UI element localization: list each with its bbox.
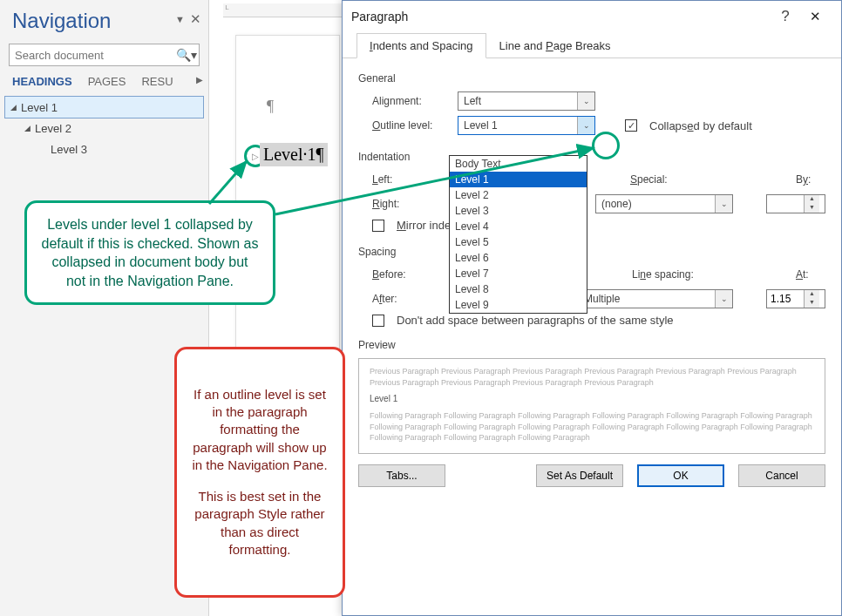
- tab-pages[interactable]: PAGES: [88, 75, 126, 88]
- nav-close-icon[interactable]: ✕: [190, 11, 201, 27]
- section-indentation: Indentation: [358, 151, 825, 163]
- linespacing-combo[interactable]: Multiple⌄: [578, 289, 733, 308]
- document-heading[interactable]: Level·1¶: [260, 143, 328, 166]
- nav-title: Navigation: [0, 2, 123, 37]
- tree-label: Level 2: [35, 122, 71, 135]
- special-value: (none): [596, 198, 715, 210]
- tabs-overflow-icon[interactable]: ▶: [196, 75, 203, 85]
- collapsed-checkbox[interactable]: ✓: [625, 119, 637, 132]
- help-icon[interactable]: ?: [773, 8, 798, 25]
- dont-add-label: Don't add space between paragraphs of th…: [397, 314, 674, 327]
- linespacing-value: Multiple: [579, 293, 715, 305]
- alignment-value: Left: [458, 95, 577, 107]
- dropdown-option[interactable]: Level 1: [450, 172, 587, 187]
- dropdown-option[interactable]: Level 9: [450, 297, 587, 313]
- dropdown-option[interactable]: Body Text: [450, 156, 587, 172]
- special-label: Special:Special:: [630, 173, 691, 186]
- nav-tree: ◢Level 1 ◢Level 2 Level 3: [0, 91, 208, 165]
- tab-indents-spacing[interactable]: IIndents and Spacingndents and Spacing: [356, 33, 486, 58]
- chevron-down-icon[interactable]: ⌄: [715, 195, 732, 213]
- tree-item-level2[interactable]: ◢Level 2: [5, 118, 203, 139]
- chevron-down-icon[interactable]: ⌄: [577, 117, 594, 134]
- dont-add-checkbox[interactable]: [372, 315, 384, 327]
- spin-down-icon[interactable]: ▼: [805, 299, 819, 308]
- tab-headings[interactable]: HEADINGS: [12, 75, 72, 88]
- pilcrow-icon: ¶: [267, 98, 274, 116]
- before-label: Before:Before:: [372, 268, 449, 281]
- close-icon[interactable]: ✕: [798, 9, 832, 24]
- caret-icon[interactable]: ◢: [10, 103, 21, 112]
- set-default-button[interactable]: Set As Default: [536, 464, 623, 487]
- by-input[interactable]: [767, 195, 804, 213]
- ok-button[interactable]: OK: [637, 464, 724, 487]
- section-general: General: [358, 72, 825, 85]
- tree-item-level3[interactable]: Level 3: [5, 139, 203, 159]
- paragraph-dialog: Paragraph ? ✕ IIndents and Spacingndents…: [342, 0, 842, 616]
- by-spin[interactable]: ▲▼: [766, 194, 825, 213]
- dialog-title: Paragraph: [351, 10, 408, 24]
- dropdown-option[interactable]: Level 8: [450, 281, 587, 297]
- tree-label: Level 1: [21, 101, 58, 114]
- tabs-button[interactable]: Tabs...: [358, 464, 445, 487]
- dropdown-option[interactable]: Level 3: [450, 203, 587, 219]
- special-combo[interactable]: (none)⌄: [595, 194, 733, 213]
- dropdown-option[interactable]: Level 2: [450, 187, 587, 203]
- dropdown-option[interactable]: Level 7: [450, 266, 587, 281]
- preview-next: Following Paragraph Following Paragraph …: [370, 410, 814, 443]
- spin-up-icon[interactable]: ▲: [805, 195, 819, 204]
- collapsed-label: Collapsed by defaultCollapsed by default: [649, 119, 752, 132]
- mirror-label: Mirror indeMirror inde: [397, 219, 451, 232]
- caret-icon[interactable]: ◢: [24, 124, 35, 132]
- dropdown-option[interactable]: Level 6: [450, 250, 587, 266]
- at-input[interactable]: [767, 290, 804, 308]
- after-label: After:After:: [372, 293, 449, 305]
- spin-up-icon[interactable]: ▲: [805, 290, 819, 299]
- search-icon[interactable]: 🔍▾: [173, 44, 199, 65]
- by-label: By:By:: [796, 173, 825, 186]
- at-spin[interactable]: ▲▼: [766, 289, 825, 308]
- outline-level-value: Level 1: [458, 119, 577, 132]
- cancel-button[interactable]: Cancel: [738, 464, 825, 487]
- tree-label: Level 3: [51, 143, 87, 156]
- tab-line-page-breaks[interactable]: Line and Page BreaksLine and Page Breaks: [486, 33, 624, 58]
- tree-item-level1[interactable]: ◢Level 1: [5, 97, 203, 118]
- linespacing-label: Line spacing:Line spacing:: [632, 268, 712, 281]
- callout-red-p2: This is best set in the paragraph Style …: [191, 488, 329, 558]
- alignment-label: Alignment:Alignment:: [372, 95, 449, 107]
- at-label: At:At:: [796, 268, 825, 281]
- ruler: L: [223, 3, 349, 17]
- section-spacing: Spacing: [358, 246, 825, 258]
- preview-prev: Previous Paragraph Previous Paragraph Pr…: [370, 366, 814, 388]
- mirror-checkbox[interactable]: [372, 220, 384, 232]
- search-input-wrap[interactable]: 🔍▾: [9, 44, 200, 66]
- outline-level-combo[interactable]: Level 1⌄: [458, 116, 595, 135]
- outline-level-label: Outline level:Outline level:: [372, 119, 449, 132]
- chevron-down-icon[interactable]: ⌄: [715, 290, 732, 308]
- chevron-down-icon[interactable]: ⌄: [577, 92, 594, 110]
- section-preview: Preview: [358, 339, 825, 351]
- outline-dropdown[interactable]: Body TextLevel 1Level 2Level 3Level 4Lev…: [449, 155, 587, 314]
- preview-mid: Level 1: [370, 393, 814, 405]
- alignment-combo[interactable]: Left⌄: [458, 91, 595, 111]
- tab-results[interactable]: RESU: [141, 75, 173, 88]
- right-label: Right:Right:: [372, 198, 449, 210]
- search-input[interactable]: [10, 44, 173, 65]
- dropdown-option[interactable]: Level 4: [450, 219, 587, 234]
- callout-green: Levels under level 1 collapsed by defaul…: [24, 200, 275, 305]
- dropdown-option[interactable]: Level 5: [450, 234, 587, 250]
- callout-red: If an outline level is set in the paragr…: [174, 347, 345, 598]
- spin-down-icon[interactable]: ▼: [805, 204, 819, 213]
- callout-red-p1: If an outline level is set in the paragr…: [191, 386, 329, 474]
- left-label: Left:Left:: [372, 173, 449, 186]
- nav-menu-icon[interactable]: ▼: [175, 14, 185, 24]
- preview-box: Previous Paragraph Previous Paragraph Pr…: [358, 358, 825, 454]
